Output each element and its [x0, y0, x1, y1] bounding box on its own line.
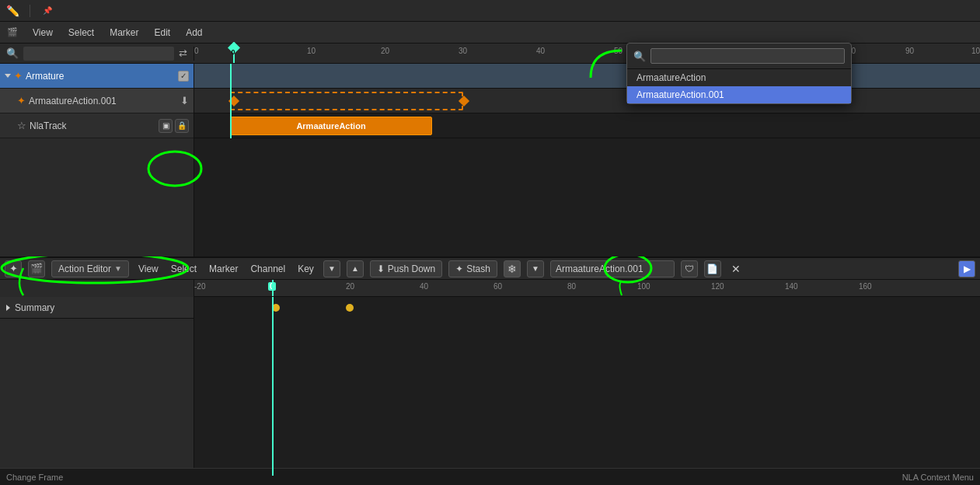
- dropdown-arrow-action: ▼: [114, 264, 122, 273]
- nla-sidebar-header: 🔍 ⇄: [0, 47, 194, 61]
- nla-timeline-content: ArmaatureAction: [194, 64, 980, 258]
- search-popup: 🔍 ArmaatureAction ArmaatureAction.001: [626, 43, 852, 104]
- menu-select[interactable]: Select: [65, 26, 97, 40]
- nla-editor: ✏️ 📌 🎬 View Select Marker Edit Add 🔍 ⇄ 0: [0, 0, 980, 256]
- push-down-label: Push Down: [388, 263, 435, 274]
- nla-track-star-icon: ☆: [17, 120, 26, 131]
- frame-label-40: 40: [536, 47, 545, 55]
- summary-expand: [6, 305, 10, 311]
- action-editor-type-btn[interactable]: Action Editor ▼: [51, 260, 129, 277]
- close-action-btn[interactable]: ✕: [727, 260, 745, 277]
- action-ruler-container: -20 0 20 40 60 80 100 120 140 160: [0, 280, 980, 297]
- menu-marker[interactable]: Marker: [106, 26, 141, 40]
- action-timeline: [194, 297, 980, 476]
- action-editor-mode-icon[interactable]: 🎬: [28, 260, 45, 277]
- nla-clip-label: ArmaatureAction: [296, 121, 365, 131]
- action-frame-label-60: 60: [493, 282, 502, 291]
- key-dropdown-btn[interactable]: ▼: [323, 260, 340, 277]
- action-editor-label: Action Editor: [58, 263, 111, 274]
- action-clip-dashed[interactable]: [230, 92, 463, 110]
- nla-track-label: NlaTrack: [30, 120, 67, 131]
- nla-clip-solid[interactable]: ArmaatureAction: [230, 117, 432, 135]
- nla-solo-btn[interactable]: ▣: [159, 119, 173, 133]
- action-content: Summary: [0, 297, 980, 476]
- nla-mute-btn[interactable]: 🔒: [175, 119, 189, 133]
- summary-label: Summary: [15, 302, 54, 313]
- menu-add[interactable]: Add: [183, 26, 205, 40]
- search-result-1[interactable]: ArmaatureAction.001: [627, 86, 851, 103]
- frame-label-90: 90: [905, 47, 914, 55]
- armature-checkbox[interactable]: [178, 71, 189, 82]
- key-up-btn[interactable]: ▲: [347, 260, 364, 277]
- action-sidebar: Summary: [0, 297, 194, 476]
- action-icon: ✦: [17, 95, 26, 106]
- right-arrow-btn[interactable]: ▶: [958, 260, 975, 277]
- ruler-content: 0 0 10 20 30 40 50 60 70 80 90 100: [194, 44, 980, 63]
- push-down-button[interactable]: ⬇ Push Down: [370, 260, 442, 277]
- editor-type-icon[interactable]: 🎬: [5, 25, 20, 40]
- frame-label-10: 10: [307, 47, 316, 55]
- action-frame-label-120: 120: [711, 282, 724, 291]
- nla-timeline-ruler: 0 0 10 20 30 40 50 60 70 80 90 100: [194, 44, 980, 64]
- stash-icon: ✦: [455, 263, 463, 274]
- action-frame-label-40: 40: [420, 282, 428, 291]
- search-icon-nla: 🔍: [6, 47, 19, 59]
- action-frame-label-140: 140: [785, 282, 798, 291]
- action-frame-label-160: 160: [859, 282, 872, 291]
- search-popup-input[interactable]: [650, 48, 845, 64]
- search-result-0[interactable]: ArmaatureAction: [627, 69, 851, 86]
- action-name-input[interactable]: [550, 260, 675, 277]
- frame-label-50: 50: [614, 47, 623, 55]
- nla-track-row[interactable]: ☆ NlaTrack ▣ 🔒: [0, 113, 194, 138]
- action-editor-toolbar: ✦ 🎬 Action Editor ▼ View Select Marker C…: [0, 256, 980, 280]
- pin-icon-top[interactable]: 📌: [40, 3, 55, 19]
- frame-label-20: 20: [381, 47, 389, 55]
- keyframe-dot-20: [346, 304, 354, 312]
- pin-snowflake-btn[interactable]: ❄: [504, 260, 521, 277]
- fake-user-btn[interactable]: 🛡: [681, 260, 698, 277]
- armature-label: Armature: [26, 71, 64, 82]
- action-menu-key[interactable]: Key: [295, 262, 317, 276]
- search-popup-header: 🔍: [627, 44, 851, 69]
- action-frame-label-20: 20: [346, 282, 354, 291]
- menu-view[interactable]: View: [30, 26, 56, 40]
- new-action-btn[interactable]: 📄: [704, 260, 721, 277]
- stash-button[interactable]: ✦ Stash: [448, 260, 497, 277]
- nla-sidebar: ✦ Armature ✦ ArmaatureAction.001 ⬇ ☆ Nla…: [0, 64, 194, 258]
- nla-menu-bar: 🎬 View Select Marker Edit Add: [0, 22, 980, 44]
- action-frame-label-80: 80: [567, 282, 576, 291]
- action-frame-label-minus20: -20: [194, 282, 205, 291]
- nla-action-row[interactable]: ✦ ArmaatureAction.001 ⬇: [0, 89, 194, 113]
- nla-playhead: [230, 64, 232, 138]
- action-timeline-ruler: -20 0 20 40 60 80 100 120 140 160: [194, 280, 980, 297]
- menu-edit[interactable]: Edit: [152, 26, 174, 40]
- nla-search-input[interactable]: [23, 47, 174, 61]
- status-change-frame: Change Frame: [6, 473, 63, 482]
- action-editor-type-icon[interactable]: ✦: [5, 260, 22, 277]
- action-menu-view[interactable]: View: [135, 262, 162, 276]
- timeline-action-row: [194, 89, 980, 113]
- action-menu-marker[interactable]: Marker: [206, 262, 241, 276]
- nla-armature-row[interactable]: ✦ Armature: [0, 64, 194, 89]
- status-nla-context: NLA Context Menu: [902, 473, 974, 482]
- push-down-mini-icon[interactable]: ⬇: [180, 95, 189, 106]
- action-label: ArmaatureAction.001: [29, 96, 117, 106]
- summary-row[interactable]: Summary: [0, 297, 194, 319]
- action-frame-label-100: 100: [637, 282, 650, 291]
- frame-label-0: 0: [194, 47, 199, 55]
- frame-label-100: 100: [971, 47, 980, 55]
- pencil-icon[interactable]: ✏️: [5, 3, 20, 19]
- push-down-icon: ⬇: [377, 263, 385, 274]
- search-icon-popup: 🔍: [633, 51, 646, 62]
- action-menu-channel[interactable]: Channel: [247, 262, 288, 276]
- nla-track-buttons: ▣ 🔒: [159, 119, 189, 133]
- pin-dropdown-btn[interactable]: ▼: [527, 260, 544, 277]
- action-playhead: [272, 297, 274, 476]
- action-editor: ✦ 🎬 Action Editor ▼ View Select Marker C…: [0, 256, 980, 485]
- stash-label: Stash: [466, 263, 490, 274]
- timeline-armature-row: [194, 64, 980, 89]
- summary-timeline-row: [194, 297, 980, 319]
- action-menu-select[interactable]: Select: [168, 262, 200, 276]
- swap-icon[interactable]: ⇄: [179, 47, 187, 59]
- timeline-nla-track-row: ArmaatureAction: [194, 113, 980, 138]
